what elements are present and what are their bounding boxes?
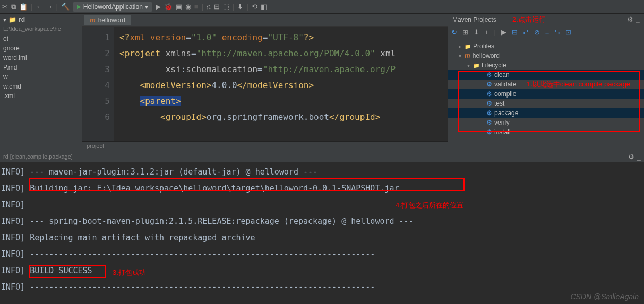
vcs-icon[interactable]: ⬇ [237, 3, 243, 11]
maven-goal-clean[interactable]: clean [448, 70, 644, 80]
refresh-icon[interactable]: ↻ [451, 28, 457, 36]
tool-icon-4[interactable]: ⟲ [252, 3, 257, 11]
generate-icon[interactable]: ⊞ [462, 28, 468, 36]
tab-label: helloword [98, 16, 125, 24]
code-content[interactable]: <?xml version="1.0" encoding="UTF-8"?><p… [114, 27, 448, 141]
collapse-icon[interactable]: ≡ [545, 28, 549, 36]
paste-icon[interactable]: 📋 [19, 3, 28, 11]
main-toolbar: ✂ ⧉ 📋 | ← → | 🔨 HellowordApplication ▾ ▶… [0, 0, 644, 14]
gear-icon [486, 128, 492, 136]
project-title: rd [19, 16, 25, 23]
download-icon[interactable]: ⬇ [474, 28, 479, 36]
sidebar-file[interactable]: et [0, 34, 82, 44]
gutter: 123456 [82, 27, 114, 141]
sidebar-file[interactable]: .xml [0, 91, 82, 101]
gear-icon [486, 100, 492, 107]
maven-goal-package[interactable]: package [448, 108, 644, 118]
coverage-icon[interactable]: ▣ [176, 3, 182, 11]
tool-icon-3[interactable]: ⬚ [223, 3, 229, 11]
console-header: rd [clean,compile,package] [3, 153, 73, 160]
run-config-selector[interactable]: HellowordApplication ▾ [73, 2, 152, 12]
console: rd [clean,compile,package] ⚙ ⎯ INFO] ---… [0, 151, 644, 303]
execute-icon[interactable]: ⊟ [512, 28, 518, 36]
gear-icon [486, 119, 492, 126]
tool-icon-2[interactable]: ⊞ [214, 3, 220, 11]
settings-icon[interactable]: ⇆ [554, 28, 560, 36]
chevron-down-icon: ▾ [3, 16, 6, 23]
back-icon[interactable]: ← [36, 3, 42, 11]
maven-profiles[interactable]: Profiles [448, 41, 644, 51]
project-root[interactable]: ▾ 📁 rd [0, 14, 82, 25]
tab-pom[interactable]: m helloword [84, 15, 131, 25]
maven-tree: Profiles m helloword Lifecycle clean val… [448, 39, 644, 151]
run-maven-icon[interactable]: ▶ [501, 28, 506, 36]
sidebar-file[interactable]: w [0, 72, 82, 82]
watermark: CSDN @SmlieAgain [570, 292, 639, 301]
add-icon[interactable]: + [485, 28, 489, 36]
folder-project-icon: 📁 [8, 16, 16, 23]
gear-icon [486, 109, 492, 117]
console-output[interactable]: INFO] --- maven-jar-plugin:3.1.2:jar (de… [0, 162, 644, 298]
maven-lifecycle[interactable]: Lifecycle [448, 60, 644, 70]
tool-icon-1[interactable]: ⎌ [207, 3, 211, 11]
maven-title: Maven Projects [452, 16, 496, 23]
sidebar-file[interactable]: w.cmd [0, 82, 82, 91]
run-icon[interactable]: ▶ [156, 3, 161, 11]
show-icon[interactable]: ⊡ [565, 28, 571, 36]
maven-goal-verify[interactable]: verify [448, 118, 644, 127]
maven-panel: Maven Projects ⚙ ⎯ ↻ ⊞ ⬇ + | ▶ ⊟ ⇄ ⊘ ≡ ⇆… [448, 14, 644, 151]
editor-breadcrumb[interactable]: project [82, 141, 448, 151]
editor-tabs: m helloword [82, 14, 448, 27]
gear-icon [486, 81, 492, 88]
project-path: E:\Idea_workspace\he [0, 25, 82, 34]
maven-goal-validate[interactable]: validate [448, 80, 644, 89]
copy-icon[interactable]: ⧉ [11, 3, 16, 11]
tool-icon-5[interactable]: ◧ [261, 3, 267, 11]
maven-goal-test[interactable]: test [448, 99, 644, 108]
scissors-icon[interactable]: ✂ [2, 3, 8, 11]
maven-goal-compile[interactable]: compile [448, 89, 644, 99]
maven-goal-install[interactable]: install [448, 127, 644, 137]
sidebar-file[interactable]: word.iml [0, 53, 82, 63]
sidebar-file[interactable]: P.md [0, 63, 82, 72]
gear-icon [486, 71, 492, 79]
panel-settings-icon[interactable]: ⚙ ⎯ [627, 15, 640, 23]
stop-icon[interactable]: ■ [194, 3, 199, 11]
skiptests-icon[interactable]: ⇄ [523, 28, 529, 36]
console-settings-icon[interactable]: ⚙ ⎯ [628, 153, 641, 161]
maven-project-node[interactable]: m helloword [448, 51, 644, 60]
editor: m helloword 123456 <?xml version="1.0" e… [82, 14, 448, 151]
gear-icon [486, 90, 492, 98]
offline-icon[interactable]: ⊘ [534, 28, 540, 36]
maven-file-icon: m [90, 16, 96, 24]
forward-icon[interactable]: → [46, 3, 53, 11]
project-sidebar: ▾ 📁 rd E:\Idea_workspace\he etgnoreword.… [0, 14, 82, 151]
profiler-icon[interactable]: ◉ [185, 3, 191, 11]
build-icon[interactable]: 🔨 [61, 3, 70, 11]
sidebar-file[interactable]: gnore [0, 44, 82, 53]
debug-icon[interactable]: 🐞 [164, 3, 173, 11]
maven-toolbar: ↻ ⊞ ⬇ + | ▶ ⊟ ⇄ ⊘ ≡ ⇆ ⊡ [448, 25, 644, 39]
